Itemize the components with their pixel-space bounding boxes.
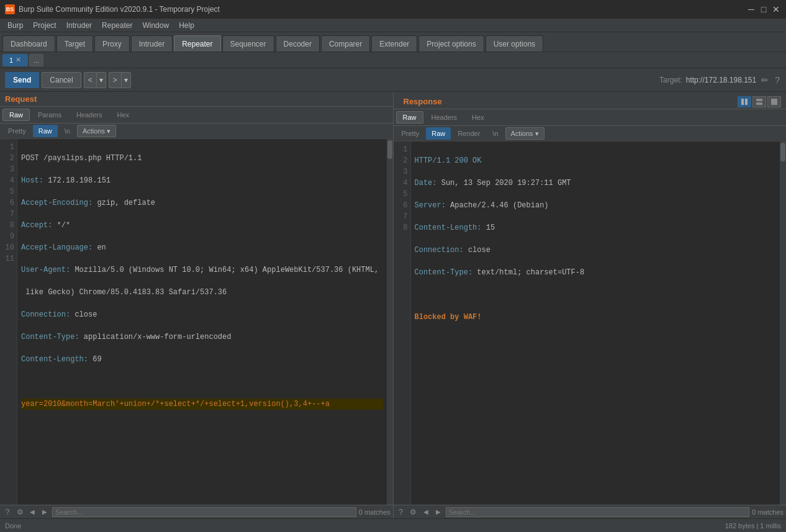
request-newline-btn[interactable]: \n — [59, 125, 76, 137]
app-icon: BS — [5, 4, 15, 14]
response-tab-raw[interactable]: Raw — [396, 111, 423, 124]
response-pretty-btn[interactable]: Pretty — [396, 127, 425, 140]
nav-back-group: < ▾ — [84, 72, 106, 88]
response-scrollbar[interactable] — [780, 142, 786, 505]
response-editor-toolbar: Pretty Raw Render \n Actions ▾ — [394, 126, 787, 142]
response-line-numbers: 12345 678 — [394, 142, 411, 505]
window-controls: ─ □ ✕ — [746, 4, 781, 14]
response-tab-headers[interactable]: Headers — [425, 111, 464, 124]
request-editor-toolbar: Pretty Raw \n Actions ▾ — [0, 124, 393, 139]
send-button[interactable]: Send — [5, 72, 39, 88]
menu-bar: Burp Project Intruder Repeater Window He… — [0, 19, 786, 32]
svg-rect-4 — [771, 99, 777, 105]
tab-decoder[interactable]: Decoder — [276, 35, 320, 52]
view-single-button[interactable] — [767, 96, 781, 107]
menu-help[interactable]: Help — [174, 20, 199, 31]
request-scrollbar[interactable] — [387, 139, 393, 505]
response-code-content[interactable]: HTTP/1.1 200 OK Date: Sun, 13 Sep 2020 1… — [411, 142, 780, 505]
response-raw-btn[interactable]: Raw — [426, 127, 451, 140]
request-panel: Request Raw Params Headers Hex Pretty Ra… — [0, 92, 394, 518]
request-actions-btn[interactable]: Actions ▾ — [77, 125, 116, 137]
response-newline-btn[interactable]: \n — [487, 127, 504, 140]
request-panel-header: Request — [0, 92, 393, 107]
nav-tabs: Dashboard Target Proxy Intruder Repeater… — [0, 32, 786, 52]
response-code-area[interactable]: 12345 678 HTTP/1.1 200 OK Date: Sun, 13 … — [394, 142, 787, 505]
menu-repeater[interactable]: Repeater — [97, 20, 137, 31]
sub-tab-ellipsis[interactable]: ... — [29, 54, 43, 66]
request-tab-headers[interactable]: Headers — [70, 109, 109, 121]
status-left: Done — [5, 522, 21, 530]
svg-rect-3 — [756, 102, 762, 105]
title-bar: BS Burp Suite Community Edition v2020.9.… — [0, 0, 786, 19]
request-pretty-btn[interactable]: Pretty — [2, 125, 32, 137]
request-line-numbers: 12345 67891011 — [0, 139, 17, 505]
request-search-prev-icon[interactable]: ◀ — [27, 507, 37, 517]
request-tab-hex[interactable]: Hex — [111, 109, 137, 121]
response-search-settings-icon[interactable]: ⚙ — [409, 507, 418, 517]
target-info: Target: http://172.18.198.151 ✏ ? — [659, 74, 781, 86]
request-search-input[interactable] — [52, 507, 356, 517]
sub-tab-row: 1 ✕ ... — [0, 52, 786, 68]
sub-tab-1[interactable]: 1 ✕ — [2, 54, 28, 66]
tab-intruder[interactable]: Intruder — [131, 35, 173, 52]
tab-sequencer[interactable]: Sequencer — [222, 35, 274, 52]
panels: Request Raw Params Headers Hex Pretty Ra… — [0, 92, 786, 518]
response-search-bar: ? ⚙ ◀ ▶ 0 matches — [394, 505, 787, 518]
cancel-button[interactable]: Cancel — [42, 72, 81, 88]
toolbar: Send Cancel < ▾ > ▾ Target: http://172.1… — [0, 68, 786, 92]
view-split-horiz-button[interactable] — [738, 96, 751, 107]
request-raw-btn[interactable]: Raw — [33, 125, 58, 137]
tab-project-options[interactable]: Project options — [418, 35, 484, 52]
response-actions-btn[interactable]: Actions ▾ — [505, 127, 544, 140]
request-search-help-icon[interactable]: ? — [2, 507, 12, 517]
svg-rect-2 — [756, 99, 762, 101]
menu-project[interactable]: Project — [28, 20, 61, 31]
edit-target-button[interactable]: ✏ — [760, 74, 770, 86]
status-bar: Done 182 bytes | 1 millis — [0, 518, 786, 532]
request-tab-raw[interactable]: Raw — [2, 109, 30, 121]
response-panel-tabs: Raw Headers Hex — [394, 109, 787, 126]
response-tab-hex[interactable]: Hex — [465, 111, 491, 124]
tab-user-options[interactable]: User options — [486, 35, 543, 52]
response-search-matches: 0 matches — [752, 508, 784, 516]
request-panel-tabs: Raw Params Headers Hex — [0, 107, 393, 124]
response-search-next-icon[interactable]: ▶ — [433, 507, 443, 517]
svg-rect-1 — [745, 99, 748, 105]
menu-window[interactable]: Window — [137, 20, 174, 31]
target-url: http://172.18.198.151 — [686, 76, 756, 84]
response-search-input[interactable] — [446, 507, 750, 517]
svg-rect-0 — [741, 99, 744, 105]
sub-tab-close-icon[interactable]: ✕ — [16, 56, 21, 64]
response-render-btn[interactable]: Render — [452, 127, 486, 140]
response-search-help-icon[interactable]: ? — [396, 507, 406, 517]
request-tab-params[interactable]: Params — [31, 109, 68, 121]
close-button[interactable]: ✕ — [771, 4, 781, 14]
request-search-next-icon[interactable]: ▶ — [40, 507, 50, 517]
view-mode-buttons — [738, 96, 781, 107]
nav-fwd-group: > ▾ — [109, 72, 131, 88]
menu-burp[interactable]: Burp — [2, 20, 28, 31]
tab-repeater[interactable]: Repeater — [174, 35, 220, 52]
nav-back-button[interactable]: < — [84, 72, 97, 88]
help-button[interactable]: ? — [774, 74, 781, 86]
response-panel-header: Response — [399, 94, 447, 109]
maximize-button[interactable]: □ — [759, 4, 769, 14]
request-code-area[interactable]: 12345 67891011 POST /payslips.php HTTP/1… — [0, 139, 393, 505]
tab-proxy[interactable]: Proxy — [94, 35, 130, 52]
tab-comparer[interactable]: Comparer — [321, 35, 370, 52]
request-search-matches: 0 matches — [359, 508, 391, 516]
tab-target[interactable]: Target — [56, 35, 93, 52]
tab-dashboard[interactable]: Dashboard — [2, 35, 55, 52]
request-search-settings-icon[interactable]: ⚙ — [15, 507, 25, 517]
menu-intruder[interactable]: Intruder — [61, 20, 97, 31]
nav-fwd-button[interactable]: > — [109, 72, 122, 88]
minimize-button[interactable]: ─ — [746, 4, 756, 14]
request-search-bar: ? ⚙ ◀ ▶ 0 matches — [0, 505, 393, 518]
response-search-prev-icon[interactable]: ◀ — [421, 507, 431, 517]
status-right: 182 bytes | 1 millis — [725, 522, 781, 530]
view-split-vert-button[interactable] — [752, 96, 766, 107]
nav-fwd-dropdown-button[interactable]: ▾ — [122, 72, 131, 88]
tab-extender[interactable]: Extender — [371, 35, 417, 52]
request-code-content[interactable]: POST /payslips.php HTTP/1.1 Host: 172.18… — [17, 139, 387, 505]
nav-back-dropdown-button[interactable]: ▾ — [97, 72, 106, 88]
